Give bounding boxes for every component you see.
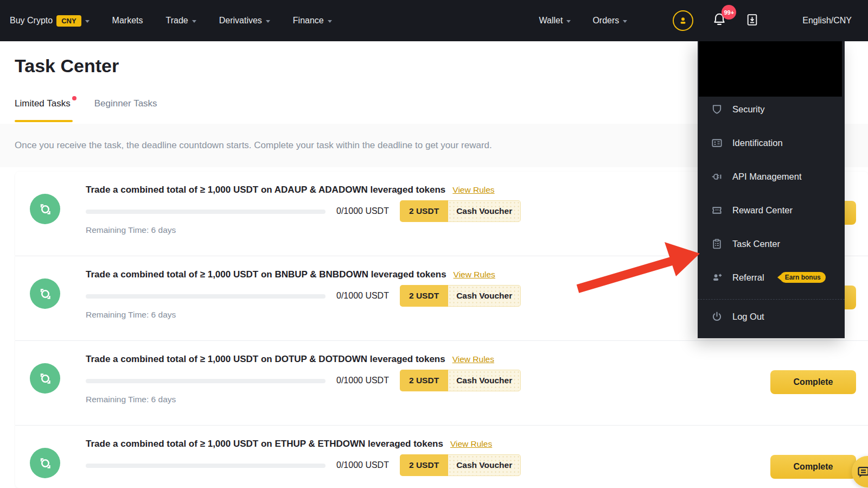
progress-bar: [86, 379, 326, 383]
top-navbar: Buy Crypto CNY Markets Trade Derivatives…: [0, 0, 868, 41]
voucher-type: Cash Voucher: [448, 370, 521, 391]
ticket-icon: [711, 204, 723, 217]
chevron-down-icon: [85, 20, 90, 23]
nav-label: Finance: [293, 16, 324, 26]
progress-text: 0/1000 USDT: [336, 206, 389, 216]
leveraged-token-task-icon: [30, 448, 60, 478]
id-card-icon: [711, 137, 723, 149]
nav-derivatives[interactable]: Derivatives: [219, 16, 270, 26]
nav-markets[interactable]: Markets: [112, 16, 143, 26]
voucher-amount: 2 USDT: [400, 370, 448, 391]
menu-item-label: Security: [732, 104, 765, 115]
user-dropdown-menu: Security Identification: [698, 41, 845, 338]
notice-text: Once you receive the task, the deadline …: [15, 140, 492, 151]
tab-label: Limited Tasks: [15, 98, 71, 109]
menu-item-identification[interactable]: Identification: [698, 126, 845, 160]
menu-item-label: Identification: [732, 138, 783, 148]
page-title: Task Center: [15, 55, 119, 77]
leveraged-token-task-icon: [30, 194, 60, 224]
tab-label: Beginner Tasks: [94, 98, 157, 109]
chevron-down-icon: [192, 20, 196, 23]
menu-item-reward-center[interactable]: Reward Center: [698, 193, 845, 227]
shield-icon: [711, 103, 723, 116]
reward-voucher: 2 USDT Cash Voucher: [400, 285, 521, 307]
nav-finance[interactable]: Finance: [293, 16, 332, 26]
task-title-text: Trade a combined total of ≥ 1,000 USDT o…: [86, 269, 446, 280]
voucher-type: Cash Voucher: [448, 285, 521, 307]
reward-voucher: 2 USDT Cash Voucher: [400, 454, 521, 476]
task-row: Trade a combined total of ≥ 1,000 USDT o…: [15, 341, 868, 426]
notifications-button[interactable]: 99+: [712, 12, 727, 29]
progress-text: 0/1000 USDT: [336, 376, 389, 385]
view-rules-link[interactable]: View Rules: [454, 270, 495, 280]
menu-item-log-out[interactable]: Log Out: [698, 300, 845, 333]
navbar-left: Buy Crypto CNY Markets Trade Derivatives…: [10, 15, 332, 27]
tab-bar: Limited Tasks Beginner Tasks: [15, 98, 157, 122]
currency-badge: CNY: [56, 15, 81, 27]
progress-text: 0/1000 USDT: [336, 460, 389, 470]
download-icon: [745, 13, 759, 27]
app-download-button[interactable]: [745, 13, 759, 29]
user-icon: [678, 15, 688, 26]
voucher-amount: 2 USDT: [400, 200, 448, 222]
menu-item-label: Log Out: [732, 312, 764, 322]
navbar-icon-group: 99+: [673, 10, 759, 31]
nav-label: Derivatives: [219, 16, 262, 26]
remaining-time: Remaining Time: 6 days: [86, 395, 176, 404]
reward-voucher: 2 USDT Cash Voucher: [400, 200, 521, 222]
task-title: Trade a combined total of ≥ 1,000 USDT o…: [86, 354, 494, 365]
active-tab-underline: [15, 120, 73, 122]
nav-wallet[interactable]: Wallet: [539, 16, 571, 26]
tab-beginner-tasks[interactable]: Beginner Tasks: [94, 98, 157, 122]
view-rules-link[interactable]: View Rules: [452, 185, 494, 195]
nav-label: Wallet: [539, 16, 563, 26]
menu-item-label: Reward Center: [732, 205, 793, 216]
chevron-down-icon: [328, 20, 332, 23]
remaining-time: Remaining Time: 6 days: [86, 310, 176, 320]
menu-item-security[interactable]: Security: [698, 92, 845, 126]
clipboard-icon: [711, 238, 723, 250]
language-currency-selector[interactable]: English/CNY: [802, 16, 852, 26]
voucher-type: Cash Voucher: [448, 200, 521, 222]
view-rules-link[interactable]: View Rules: [450, 439, 492, 449]
complete-button[interactable]: Complete: [770, 455, 856, 479]
progress-bar: [86, 210, 326, 214]
menu-item-label: Task Center: [732, 239, 780, 249]
menu-item-api-management[interactable]: API Management: [698, 160, 845, 193]
person-add-icon: [711, 271, 723, 284]
chevron-down-icon: [623, 20, 627, 23]
chevron-down-icon: [566, 20, 571, 23]
menu-item-label: API Management: [732, 172, 802, 182]
task-title: Trade a combined total of ≥ 1,000 USDT o…: [86, 439, 492, 449]
leveraged-token-task-icon: [30, 278, 60, 309]
nav-buy-crypto[interactable]: Buy Crypto CNY: [10, 15, 90, 27]
progress-bar: [86, 464, 326, 468]
nav-label: Markets: [112, 16, 143, 26]
profile-button[interactable]: [673, 10, 693, 31]
voucher-type: Cash Voucher: [448, 454, 521, 476]
redacted-user-info: [699, 41, 842, 97]
nav-orders[interactable]: Orders: [592, 16, 627, 26]
menu-item-referral[interactable]: Referral Earn bonus: [698, 261, 845, 294]
power-icon: [711, 310, 723, 323]
chevron-down-icon: [266, 20, 270, 23]
task-title-text: Trade a combined total of ≥ 1,000 USDT o…: [86, 354, 445, 365]
earn-bonus-badge: Earn bonus: [780, 272, 826, 283]
progress-bar: [86, 294, 326, 299]
voucher-amount: 2 USDT: [400, 454, 448, 476]
nav-trade[interactable]: Trade: [166, 16, 196, 26]
tab-limited-tasks[interactable]: Limited Tasks: [15, 98, 71, 122]
nav-label: Trade: [166, 16, 188, 26]
task-title: Trade a combined total of ≥ 1,000 USDT o…: [86, 269, 495, 280]
menu-item-label: Referral: [732, 272, 764, 283]
task-title-text: Trade a combined total of ≥ 1,000 USDT o…: [86, 439, 443, 449]
notification-count-badge: 99+: [722, 5, 736, 20]
task-center-page: Buy Crypto CNY Markets Trade Derivatives…: [0, 0, 868, 488]
menu-item-task-center[interactable]: Task Center: [698, 227, 845, 261]
navbar-right: Wallet Orders: [539, 10, 852, 31]
plug-icon: [711, 170, 723, 183]
complete-button[interactable]: Complete: [770, 370, 856, 394]
view-rules-link[interactable]: View Rules: [452, 354, 494, 364]
remaining-time: Remaining Time: 6 days: [86, 225, 176, 235]
progress-text: 0/1000 USDT: [336, 291, 389, 301]
